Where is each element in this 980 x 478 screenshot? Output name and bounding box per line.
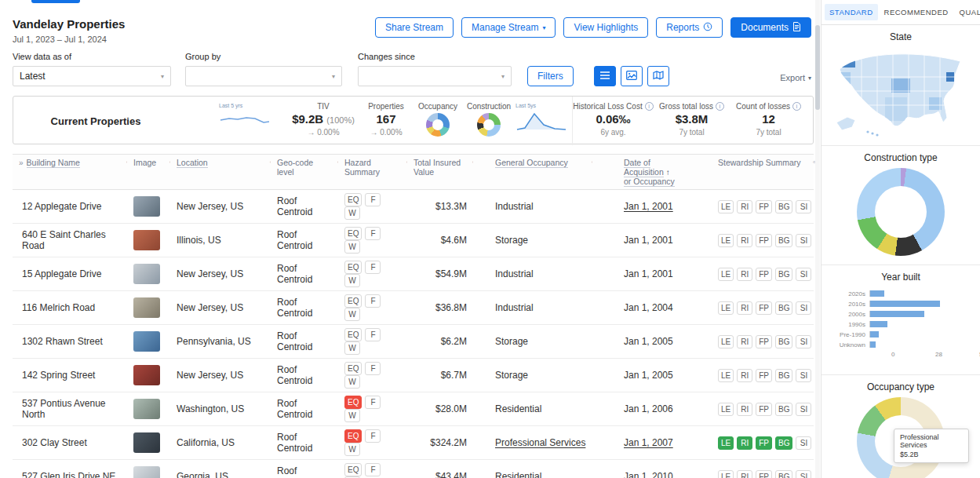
column-occupancy[interactable]: General Occupancy‹› xyxy=(473,155,592,190)
table-row[interactable]: 1302 Rhawn Street Pennsylvania, US Roof … xyxy=(13,325,814,359)
building-photo[interactable] xyxy=(133,399,160,419)
sparkline-chart xyxy=(516,109,567,131)
occupancy-cell: Storage xyxy=(473,224,592,257)
geocode-cell: Roof Centroid xyxy=(271,190,338,224)
date-cell: Jan 1, 2010 xyxy=(592,460,688,478)
info-icon[interactable]: i xyxy=(645,102,654,111)
image-cell xyxy=(127,257,170,291)
group-by-field: Group by ▾ xyxy=(185,52,342,86)
date-cell: Jan 1, 2005 xyxy=(592,325,688,359)
table-row[interactable]: 640 E Saint Charles Road Illinois, US Ro… xyxy=(13,224,814,257)
tab-recommended[interactable]: RECOMMENDED xyxy=(880,4,953,20)
hazard-summary-cell: EQFW xyxy=(338,190,407,224)
column-image[interactable]: Image‹› xyxy=(127,155,170,190)
column-tiv[interactable]: Total Insured Value‹› xyxy=(407,155,473,190)
tiv-cell: $4.6M xyxy=(407,224,473,257)
title-block: Vandelay Properties Jul 1, 2023 – Jul 1,… xyxy=(13,17,125,44)
building-name-cell[interactable]: 302 Clay Street xyxy=(13,426,127,460)
tiv-cell: $6.7M xyxy=(407,359,473,392)
building-name-cell[interactable]: 142 Spring Street xyxy=(13,359,127,392)
tiv-cell: $54.9M xyxy=(407,257,473,291)
year-built-bar xyxy=(870,321,887,327)
insights-panel: STANDARD RECOMMENDED QUALITY State xyxy=(821,0,980,478)
column-hazard[interactable]: Hazard Summary‹› xyxy=(338,155,407,190)
gallery-view-button[interactable] xyxy=(621,66,643,86)
occupancy-mini-donut[interactable] xyxy=(426,113,450,137)
reports-button[interactable]: Reports xyxy=(656,17,723,38)
construction-mini-donut[interactable] xyxy=(477,113,501,137)
building-name-cell[interactable]: 15 Applegate Drive xyxy=(13,257,127,291)
building-name-cell[interactable]: 640 E Saint Charles Road xyxy=(13,224,127,257)
table-row[interactable]: 116 Melrich Road New Jersey, US Roof Cen… xyxy=(13,291,814,325)
table-row[interactable]: 527 Glen Iris Drive NE Georgia, US Roof … xyxy=(13,460,814,478)
page-header: Vandelay Properties Jul 1, 2023 – Jul 1,… xyxy=(0,0,821,44)
table-row[interactable]: 537 Pontius Avenue North Washington, US … xyxy=(13,392,814,426)
tab-quality[interactable]: QUALITY xyxy=(955,4,980,20)
building-photo[interactable] xyxy=(133,196,160,217)
documents-button[interactable]: Documents xyxy=(730,17,811,38)
filters-button[interactable]: Filters xyxy=(527,66,574,86)
flood-hazard-chip: F xyxy=(365,396,381,409)
building-photo[interactable] xyxy=(133,331,160,352)
view-highlights-button[interactable]: View Highlights xyxy=(563,17,648,38)
occupancy-cell: Professional Services xyxy=(473,426,592,460)
changes-since-field: Changes since ▾ xyxy=(358,52,512,86)
export-button[interactable]: Export▾ xyxy=(780,73,811,86)
manage-stream-button[interactable]: Manage Stream▾ xyxy=(461,17,556,38)
wind-hazard-chip: W xyxy=(344,375,360,389)
building-name-cell[interactable]: 1302 Rhawn Street xyxy=(13,325,127,359)
share-stream-button[interactable]: Share Stream xyxy=(375,17,454,38)
occupancy-chart-title: Occupancy type xyxy=(822,375,980,392)
scrollbar-thumb[interactable] xyxy=(815,25,820,110)
view-data-select[interactable]: Latest▾ xyxy=(13,66,171,86)
group-by-select[interactable]: ▾ xyxy=(185,66,342,86)
building-photo[interactable] xyxy=(133,264,160,284)
si-stewardship-chip: SI xyxy=(796,403,811,416)
construction-type-donut[interactable] xyxy=(857,168,945,256)
building-name-cell[interactable]: 527 Glen Iris Drive NE xyxy=(13,460,127,478)
tab-standard[interactable]: STANDARD xyxy=(825,4,878,20)
tooltip-label: Professional Services xyxy=(900,433,963,449)
location-cell: New Jersey, US xyxy=(170,190,271,224)
occupancy-cell: Residential xyxy=(473,392,592,426)
building-name-cell[interactable]: 12 Applegate Drive xyxy=(13,190,127,224)
wind-hazard-chip: W xyxy=(344,443,360,456)
building-photo[interactable] xyxy=(133,365,160,385)
wind-hazard-chip: W xyxy=(344,274,360,287)
column-location[interactable]: Location‹› xyxy=(170,155,271,190)
building-photo[interactable] xyxy=(133,466,160,478)
table-row[interactable]: 142 Spring Street New Jersey, US Roof Ce… xyxy=(13,359,814,392)
building-name-cell[interactable]: 116 Melrich Road xyxy=(13,291,127,325)
column-building-name[interactable]: »Building Name‹› xyxy=(13,155,127,190)
image-cell xyxy=(127,460,170,478)
state-chart-title: State xyxy=(822,25,980,42)
us-choropleth-map[interactable] xyxy=(830,46,971,138)
changes-since-select[interactable]: ▾ xyxy=(358,66,512,86)
table-row[interactable]: 12 Applegate Drive New Jersey, US Roof C… xyxy=(13,190,814,224)
year-built-chart[interactable]: 2020s2010s2000s1990sPre-1990Unknown xyxy=(833,289,968,349)
count-losses-block: Count of lossesi 12 7y total xyxy=(731,97,806,145)
building-name-cell[interactable]: 537 Pontius Avenue North xyxy=(13,392,127,426)
info-icon[interactable]: i xyxy=(716,102,724,111)
geocode-cell: Roof Centroid xyxy=(271,460,338,478)
si-stewardship-chip: SI xyxy=(796,234,811,247)
earthquake-hazard-chip: EQ xyxy=(344,328,362,341)
expand-icon[interactable]: » xyxy=(19,159,24,167)
building-photo[interactable] xyxy=(133,297,160,318)
table-row[interactable]: 302 Clay Street California, US Roof Cent… xyxy=(13,426,814,460)
le-stewardship-chip: LE xyxy=(718,301,734,315)
map-view-button[interactable] xyxy=(647,66,669,86)
table-row[interactable]: 15 Applegate Drive New Jersey, US Roof C… xyxy=(13,257,814,291)
info-icon[interactable]: i xyxy=(792,102,801,111)
column-geocode[interactable]: Geo-code level‹› xyxy=(271,155,338,190)
building-photo[interactable] xyxy=(133,230,160,250)
sort-asc-icon[interactable]: ↑ xyxy=(666,168,670,177)
wind-hazard-chip: W xyxy=(344,240,360,254)
column-stewardship[interactable]: Stewardship Summary‹› xyxy=(688,155,814,190)
column-date[interactable]: Date of Acquisition ↑or Occupancy xyxy=(592,155,688,190)
wind-hazard-chip: W xyxy=(344,409,360,422)
building-photo[interactable] xyxy=(133,432,160,453)
image-icon xyxy=(626,71,637,82)
list-view-button[interactable] xyxy=(594,66,616,86)
scrollbar[interactable] xyxy=(815,0,820,478)
